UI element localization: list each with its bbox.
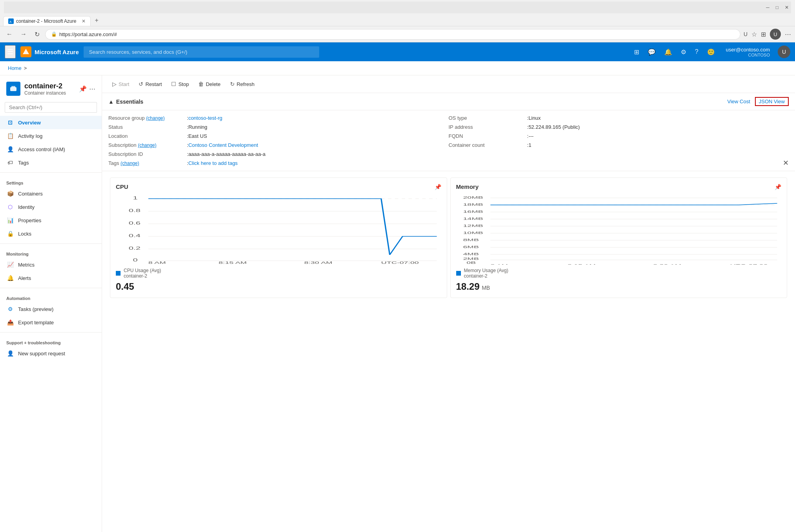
start-button[interactable]: ▷ Start [108, 79, 133, 90]
stop-label: Stop [178, 81, 189, 87]
pin-button[interactable]: 📌 [79, 85, 87, 93]
browser-nav-icons: U ☆ ⊞ U ⋯ [744, 29, 791, 40]
svg-text:8MB: 8MB [463, 238, 479, 242]
access-control-icon: 👤 [6, 145, 14, 153]
restart-button[interactable]: ↺ Restart [135, 79, 166, 90]
sidebar-item-identity[interactable]: ⬡ Identity [0, 200, 102, 214]
sidebar-item-overview[interactable]: ⊡ Overview [0, 116, 102, 129]
sidebar-toggle-button[interactable]: ☰ [5, 45, 16, 59]
new-tab-button[interactable]: + [91, 15, 102, 26]
sidebar-item-containers[interactable]: 📦 Containers [0, 187, 102, 200]
essentials-header: ▲ Essentials View Cost JSON View [102, 93, 795, 110]
feedback-button[interactable]: 💬 [645, 47, 659, 57]
panel-close-button[interactable]: ✕ [783, 159, 789, 167]
start-icon: ▷ [112, 81, 117, 87]
settings-button[interactable]: ⚙ [678, 47, 689, 57]
essentials-row-ip: IP address : 52.224.89.165 (Public) [449, 124, 789, 130]
star-icon[interactable]: ☆ [751, 31, 757, 38]
rg-change-link[interactable]: (change) [146, 115, 164, 121]
smiley-button[interactable]: 🙂 [704, 47, 718, 57]
window-minimize[interactable]: ─ [764, 4, 772, 11]
resource-icon [6, 82, 20, 96]
help-button[interactable]: ? [692, 47, 702, 57]
sidebar-divider-3 [0, 288, 102, 288]
svg-text:UTC-07:00: UTC-07:00 [730, 263, 768, 265]
breadcrumb-home[interactable]: Home [8, 65, 22, 71]
url-text: https://portal.azure.com/# [59, 31, 117, 37]
start-label: Start [119, 81, 129, 87]
sidebar-item-tags[interactable]: 🏷 Tags [0, 156, 102, 169]
sidebar-item-export[interactable]: 📤 Export template [0, 316, 102, 329]
sidebar-search-input[interactable] [5, 102, 97, 113]
svg-marker-2 [23, 49, 29, 54]
json-view-button[interactable]: JSON View [755, 97, 789, 106]
essentials-row-status: Status : Running [108, 124, 449, 130]
svg-text:6MB: 6MB [463, 245, 479, 249]
identity-icon: ⬡ [6, 203, 14, 211]
fqdn-value: --- [528, 133, 534, 139]
sidebar-divider-1 [0, 172, 102, 173]
support-section-label: Support + troubleshooting [0, 336, 102, 347]
essentials-title-btn[interactable]: ▲ Essentials [108, 99, 143, 105]
profile-icon[interactable]: U [744, 31, 747, 37]
lock-icon: 🔒 [51, 31, 57, 37]
refresh-button[interactable]: ↻ [32, 30, 42, 39]
user-avatar-topbar[interactable]: U [778, 46, 790, 58]
stop-button[interactable]: ☐ Stop [167, 79, 193, 90]
cloud-shell-button[interactable]: ⊞ [631, 47, 642, 57]
sidebar-item-alerts[interactable]: 🔔 Alerts [0, 271, 102, 285]
sidebar-item-new-support[interactable]: 👤 New support request [0, 347, 102, 360]
forward-button[interactable]: → [18, 30, 29, 38]
global-search-input[interactable] [84, 46, 319, 58]
sidebar-item-activity-log[interactable]: 📋 Activity log [0, 129, 102, 143]
sidebar-item-access-control[interactable]: 👤 Access control (IAM) [0, 143, 102, 156]
sidebar-item-locks[interactable]: 🔒 Locks [0, 227, 102, 240]
export-icon: 📤 [6, 318, 14, 326]
browser-chrome: ─ □ ✕ A container-2 - Microsoft Azure ✕ … [0, 0, 795, 42]
resource-subtitle: Container instances [24, 90, 66, 96]
refresh-button-toolbar[interactable]: ↻ Refresh [226, 79, 259, 90]
delete-button[interactable]: 🗑 Delete [194, 79, 225, 90]
tags-value[interactable]: Click here to add tags [188, 160, 238, 166]
address-bar[interactable]: 🔒 https://portal.azure.com/# [45, 29, 740, 40]
sidebar-item-properties[interactable]: 📊 Properties [0, 214, 102, 227]
more-button[interactable]: ⋯ [89, 85, 95, 93]
breadcrumb: Home > [0, 61, 795, 75]
more-options-icon[interactable]: ⋯ [785, 31, 791, 38]
charts-row: CPU 📌 1 0.8 0.6 0.4 0.2 0 [102, 171, 795, 304]
svg-text:0: 0 [133, 258, 138, 262]
view-cost-button[interactable]: View Cost [727, 99, 750, 104]
browser-tabs: ─ □ ✕ [0, 0, 795, 13]
sidebar-item-tasks[interactable]: ⚙ Tasks (preview) [0, 302, 102, 316]
user-avatar[interactable]: U [770, 29, 781, 40]
alerts-icon: 🔔 [6, 274, 14, 282]
cpu-value-display: 0.45 [116, 281, 441, 292]
essentials-row-container-count: Container count : 1 [449, 142, 789, 148]
svg-text:20MB: 20MB [463, 196, 483, 199]
cpu-chart-legend: CPU Usage (Avg)container-2 [116, 268, 441, 279]
page-wrapper: Home > container-2 Container instances 📌 [0, 61, 795, 532]
collections-icon[interactable]: ⊞ [761, 31, 766, 38]
subscription-value[interactable]: Contoso Content Development [188, 142, 258, 148]
tab-favicon: A [8, 18, 14, 24]
essentials-title-text: Essentials [116, 99, 143, 105]
tags-change-link[interactable]: (change) [121, 161, 139, 166]
monitoring-section-label: Monitoring [0, 247, 102, 258]
svg-text:8 AM: 8 AM [490, 263, 508, 265]
memory-pin-button[interactable]: 📌 [775, 184, 781, 190]
rg-label: Resource group (change) [108, 115, 187, 121]
essentials-row-subscription-id: Subscription ID : aaaa-aaa-a-aaaaa-aaaaa… [108, 151, 449, 157]
sidebar-item-metrics[interactable]: 📈 Metrics [0, 258, 102, 271]
sidebar-divider-2 [0, 243, 102, 244]
cpu-pin-button[interactable]: 📌 [435, 184, 441, 190]
active-tab[interactable]: A container-2 - Microsoft Azure ✕ [3, 16, 91, 26]
essentials-row-rg: Resource group (change) : contoso-test-r… [108, 115, 449, 121]
memory-chart-area: 20MB 18MB 16MB 14MB 12MB 10MB 8MB 6MB 4M… [456, 194, 782, 265]
window-close[interactable]: ✕ [782, 4, 791, 11]
rg-value[interactable]: contoso-test-rg [188, 115, 223, 121]
tab-close-button[interactable]: ✕ [82, 18, 86, 24]
subscription-change-link[interactable]: (change) [138, 143, 156, 148]
back-button[interactable]: ← [4, 30, 15, 38]
notification-button[interactable]: 🔔 [661, 47, 675, 57]
window-maximize[interactable]: □ [773, 4, 781, 11]
